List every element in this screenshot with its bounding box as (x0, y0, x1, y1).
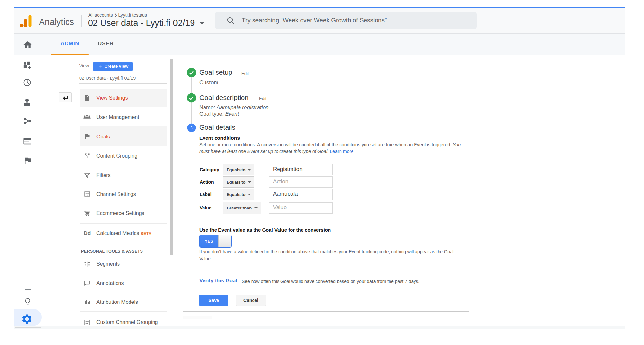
svg-text:3: 3 (191, 126, 193, 130)
